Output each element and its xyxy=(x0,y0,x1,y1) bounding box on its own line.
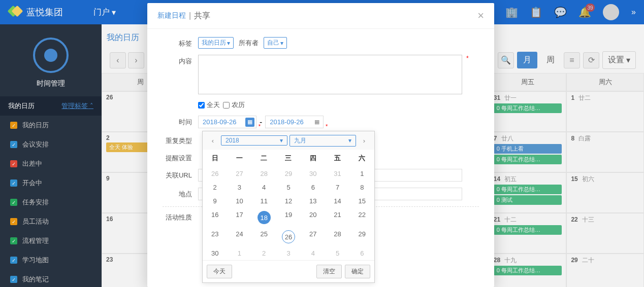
tab-share[interactable]: 共享 xyxy=(194,11,210,21)
close-icon[interactable]: × xyxy=(477,9,484,22)
dp-day[interactable]: 26 xyxy=(203,167,227,181)
dp-day[interactable]: 25 xyxy=(252,227,276,246)
dp-month-select[interactable]: 九月▾ xyxy=(289,135,356,147)
dp-day[interactable]: 2 xyxy=(252,246,276,260)
dp-day[interactable]: 20 xyxy=(301,208,325,227)
dp-day[interactable]: 13 xyxy=(301,194,325,208)
owner-select[interactable]: 自己 ▾ xyxy=(264,37,287,49)
dp-day[interactable]: 21 xyxy=(325,208,349,227)
dp-day[interactable]: 22 xyxy=(350,208,374,227)
dp-clear-button[interactable]: 清空 xyxy=(316,265,342,278)
dp-day[interactable]: 8 xyxy=(350,181,374,194)
dp-ok-button[interactable]: 确定 xyxy=(345,265,370,278)
end-date-input[interactable]: 2018-09-26 ▦ * xyxy=(265,116,324,128)
tab-new-event[interactable]: 新建日程 xyxy=(157,11,186,20)
dp-year-select[interactable]: 2018▾ xyxy=(221,135,287,146)
label-time: 时间 xyxy=(163,116,198,127)
dp-day[interactable]: 26 xyxy=(276,227,301,246)
label-url: 关联URL xyxy=(163,169,198,180)
allday-checkbox[interactable]: 全天 xyxy=(198,100,220,110)
dp-day[interactable]: 28 xyxy=(325,227,349,246)
dp-dow: 四 xyxy=(301,150,325,167)
label-content: 内容 xyxy=(163,55,198,66)
dp-day[interactable]: 30 xyxy=(301,167,325,181)
dp-day[interactable]: 16 xyxy=(203,208,227,227)
dp-day[interactable]: 6 xyxy=(301,181,325,194)
dp-day[interactable]: 9 xyxy=(203,194,227,208)
datepicker: ‹ 2018▾ 九月▾ › 日一二三四五六 262728293031123456… xyxy=(202,131,375,283)
tag-select[interactable]: 我的日历 ▾ xyxy=(198,37,234,49)
lunar-checkbox[interactable]: 农历 xyxy=(223,100,245,110)
dp-day[interactable]: 2 xyxy=(203,181,227,194)
dp-dow: 日 xyxy=(203,150,227,167)
dp-day[interactable]: 4 xyxy=(252,181,276,194)
dp-day[interactable]: 31 xyxy=(325,167,349,181)
label-remind: 提醒设置 xyxy=(163,152,198,163)
dp-day[interactable]: 29 xyxy=(276,167,301,181)
owner-label: 所有者 xyxy=(239,39,259,48)
dp-day[interactable]: 23 xyxy=(203,227,227,246)
dp-day[interactable]: 10 xyxy=(227,194,251,208)
dp-day[interactable]: 5 xyxy=(276,181,301,194)
label-repeat: 重复类型 xyxy=(163,134,198,146)
dp-prev-button[interactable]: ‹ xyxy=(207,134,219,147)
dp-day[interactable]: 27 xyxy=(301,227,325,246)
dp-day[interactable]: 24 xyxy=(227,227,251,246)
dp-day[interactable]: 14 xyxy=(325,194,349,208)
content-textarea[interactable] xyxy=(198,55,462,94)
calendar-icon[interactable]: ▦ xyxy=(312,118,321,127)
label-location: 地点 xyxy=(163,188,198,199)
label-nature: 活动性质 xyxy=(163,211,198,222)
dp-day[interactable]: 5 xyxy=(325,246,349,260)
calendar-icon[interactable]: ▦ xyxy=(245,118,254,127)
dp-day[interactable]: 12 xyxy=(276,194,301,208)
dp-day[interactable]: 7 xyxy=(325,181,349,194)
dp-day[interactable]: 19 xyxy=(276,208,301,227)
dp-day[interactable]: 27 xyxy=(227,167,251,181)
dp-day[interactable]: 3 xyxy=(227,181,251,194)
dp-day[interactable]: 6 xyxy=(350,246,374,260)
dp-today-button[interactable]: 今天 xyxy=(207,265,232,278)
dp-dow: 三 xyxy=(276,150,301,167)
dp-day[interactable]: 28 xyxy=(252,167,276,181)
dp-day[interactable]: 3 xyxy=(276,246,301,260)
dp-day[interactable]: 1 xyxy=(350,167,374,181)
dp-day[interactable]: 18 xyxy=(252,208,276,227)
dp-day[interactable]: 17 xyxy=(227,208,251,227)
dp-dow: 五 xyxy=(325,150,349,167)
label-tag: 标签 xyxy=(163,37,198,48)
dp-day[interactable]: 15 xyxy=(350,194,374,208)
dp-dow: 二 xyxy=(252,150,276,167)
start-date-input[interactable]: 2018-09-26 ▦ * xyxy=(198,116,256,128)
dp-dow: 六 xyxy=(350,150,374,167)
dp-dow: 一 xyxy=(227,150,251,167)
required-marker: * xyxy=(466,55,469,62)
dp-day[interactable]: 4 xyxy=(301,246,325,260)
dp-day[interactable]: 30 xyxy=(203,246,227,260)
dp-day[interactable]: 29 xyxy=(350,227,374,246)
dp-day[interactable]: 1 xyxy=(227,246,251,260)
dp-next-button[interactable]: › xyxy=(358,134,370,147)
dp-day[interactable]: 11 xyxy=(252,194,276,208)
